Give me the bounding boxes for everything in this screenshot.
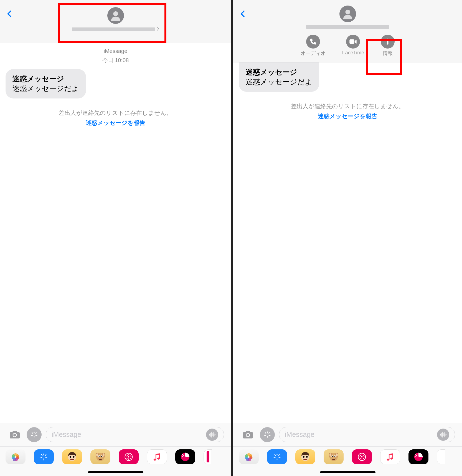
animoji-app-icon[interactable] [90, 449, 110, 464]
svg-point-20 [99, 456, 100, 457]
svg-rect-28 [387, 41, 389, 45]
svg-point-16 [96, 453, 98, 457]
message-input[interactable]: iMessage [279, 427, 455, 442]
photos-app-icon[interactable] [239, 449, 259, 464]
svg-point-30 [247, 434, 249, 436]
contact-masked [72, 27, 155, 31]
app-tray [233, 446, 462, 471]
svg-point-27 [387, 39, 389, 40]
digital-touch-app-icon[interactable] [119, 449, 139, 464]
conversation: iMessage 今日 10:08 迷惑メッセージ 迷惑メッセージだよ 差出人が… [0, 43, 231, 423]
input-placeholder: iMessage [52, 431, 81, 439]
message-title: 迷惑メッセージ [12, 74, 79, 84]
more-app-icon[interactable] [204, 449, 212, 464]
svg-point-44 [329, 453, 331, 457]
svg-point-25 [345, 10, 350, 14]
music-app-icon[interactable] [147, 449, 167, 464]
chevron-right-icon [157, 27, 159, 32]
appstore-app-icon[interactable] [267, 449, 287, 464]
svg-rect-26 [350, 39, 354, 44]
svg-point-9 [12, 454, 15, 457]
message-title: 迷惑メッセージ [246, 67, 312, 77]
message-input[interactable]: iMessage [46, 427, 224, 442]
voice-record-button[interactable] [206, 429, 218, 441]
home-indicator[interactable] [88, 471, 143, 473]
sender-notice: 差出人が連絡先のリストに存在しません。 [6, 109, 225, 117]
header-actions: オーディオ FaceTime 情報 [301, 35, 395, 59]
screen-left: iMessage 今日 10:08 迷惑メッセージ 迷惑メッセージだよ 差出人が… [0, 0, 231, 476]
svg-point-23 [128, 456, 130, 458]
contact-name[interactable] [306, 25, 389, 29]
back-button[interactable] [6, 10, 15, 19]
contact-masked [306, 25, 389, 29]
memoji-app-icon[interactable] [295, 449, 315, 464]
svg-point-2 [13, 434, 16, 436]
svg-point-0 [113, 11, 118, 16]
header [0, 0, 231, 43]
svg-point-17 [103, 453, 105, 457]
back-button[interactable] [239, 10, 248, 19]
sender-notice: 差出人が連絡先のリストに存在しません。 [239, 102, 456, 110]
animoji-app-icon[interactable] [324, 449, 344, 464]
info-label: 情報 [383, 50, 393, 57]
contact-name[interactable] [72, 27, 159, 32]
svg-point-37 [245, 454, 248, 457]
message-body: 迷惑メッセージだよ [12, 84, 79, 93]
avatar-icon [107, 7, 124, 24]
info-button[interactable]: 情報 [381, 35, 395, 57]
camera-button[interactable] [7, 427, 22, 442]
svg-point-21 [101, 456, 102, 457]
stickers-app-icon[interactable] [408, 449, 428, 464]
facetime-label: FaceTime [342, 50, 364, 56]
header: オーディオ FaceTime 情報 [233, 0, 462, 62]
date-label: 今日 10:08 [6, 57, 225, 64]
svg-point-12 [73, 456, 75, 458]
svg-point-40 [306, 456, 308, 458]
facetime-button[interactable]: FaceTime [342, 35, 364, 57]
apps-button[interactable] [260, 427, 275, 442]
input-bar: iMessage [233, 423, 462, 446]
report-spam-link[interactable]: 迷惑メッセージを報告 [239, 112, 456, 120]
digital-touch-app-icon[interactable] [352, 449, 372, 464]
message-body: 迷惑メッセージだよ [246, 77, 312, 87]
home-indicator[interactable] [320, 471, 375, 473]
app-tray [0, 446, 231, 471]
apps-button[interactable] [26, 427, 42, 442]
music-app-icon[interactable] [380, 449, 400, 464]
voice-record-button[interactable] [437, 429, 449, 441]
appstore-app-icon[interactable] [34, 449, 54, 464]
input-placeholder: iMessage [285, 431, 314, 439]
bottom-container: iMessage [233, 423, 462, 476]
svg-point-51 [361, 456, 363, 458]
svg-point-39 [303, 456, 304, 458]
more-app-icon[interactable] [437, 449, 445, 464]
conversation: 迷惑メッセージ 迷惑メッセージだよ 差出人が連絡先のリストに存在しません。 迷惑… [233, 62, 462, 423]
screens-divider [231, 0, 233, 476]
stickers-app-icon[interactable] [175, 449, 195, 464]
service-label: iMessage [6, 48, 225, 54]
report-spam-link[interactable]: 迷惑メッセージを報告 [6, 119, 225, 127]
contact-area[interactable] [66, 6, 165, 34]
svg-point-11 [70, 456, 71, 458]
memoji-app-icon[interactable] [62, 449, 82, 464]
svg-point-45 [336, 453, 338, 457]
svg-point-48 [332, 456, 333, 457]
message-bubble[interactable]: 迷惑メッセージ 迷惑メッセージだよ [6, 69, 86, 98]
message-bubble[interactable]: 迷惑メッセージ 迷惑メッセージだよ [239, 62, 319, 92]
input-bar: iMessage [0, 423, 231, 446]
audio-call-button[interactable]: オーディオ [301, 35, 326, 57]
photos-app-icon[interactable] [6, 449, 26, 464]
camera-button[interactable] [240, 427, 255, 442]
bottom-container: iMessage [0, 423, 231, 476]
svg-point-49 [334, 456, 336, 457]
avatar-icon [339, 6, 356, 22]
audio-label: オーディオ [301, 50, 326, 57]
screen-right: オーディオ FaceTime 情報 迷惑メッセージ [233, 0, 462, 476]
contact-area[interactable] [301, 6, 395, 31]
